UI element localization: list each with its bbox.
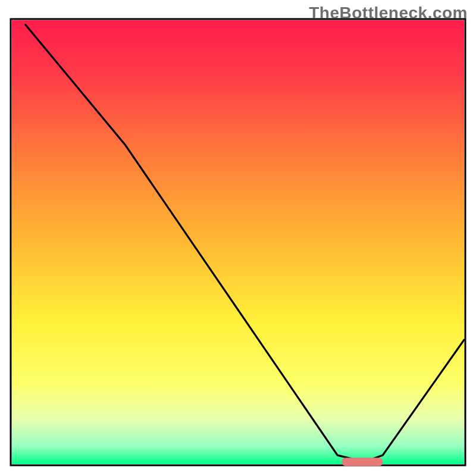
optimal-marker: [342, 458, 383, 466]
bottleneck-chart: TheBottleneck.com: [0, 0, 476, 476]
watermark-text: TheBottleneck.com: [309, 4, 468, 23]
plot-area: [12, 20, 464, 464]
chart-svg: [0, 0, 476, 476]
